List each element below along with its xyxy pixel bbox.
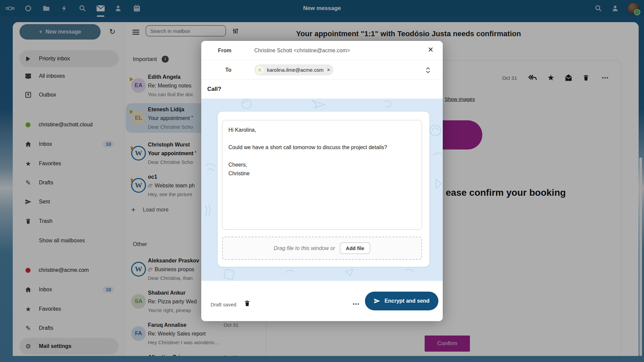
body-line: Cheers, <box>228 161 416 169</box>
message-body-editor[interactable]: Hi Karolina, Could we have a short call … <box>222 120 422 230</box>
editor-background: Hi Karolina, Could we have a short call … <box>201 99 443 281</box>
encrypt-send-button[interactable]: Encrypt and send <box>365 292 438 310</box>
expand-recipients-icon[interactable] <box>424 65 432 75</box>
recipient-avatar: K <box>256 66 264 74</box>
subject-row[interactable]: Call? <box>201 80 443 99</box>
discard-draft-icon[interactable] <box>242 298 252 308</box>
draft-status: Draft saved <box>211 302 236 307</box>
from-label: From <box>201 41 231 60</box>
body-line: Christine <box>228 169 416 178</box>
composer-modal: From Christine Schott <christine@acme.co… <box>201 41 443 321</box>
remove-recipient-icon[interactable]: × <box>327 67 330 73</box>
to-label: To <box>201 60 231 79</box>
recipient-chip[interactable]: K karolina.ilme@acme.com × <box>254 64 333 75</box>
attachment-dropzone[interactable]: Drag file to this window or Add file <box>222 237 422 260</box>
subject-value: Call? <box>207 86 221 93</box>
to-row[interactable]: To K karolina.ilme@acme.com × <box>201 60 443 80</box>
body-line: Hi Karolina, <box>228 126 416 134</box>
close-icon[interactable]: × <box>425 44 437 56</box>
from-value[interactable]: Christine Schott <christine@acme.com> <box>254 41 350 60</box>
composer-more-icon[interactable]: ••• <box>350 299 362 309</box>
add-file-button[interactable]: Add file <box>340 242 370 254</box>
editor-card: Hi Karolina, Could we have a short call … <box>218 112 429 267</box>
body-line: Could we have a short call tomorrow to d… <box>228 143 416 152</box>
recipient-email: karolina.ilme@acme.com <box>267 67 324 73</box>
from-row[interactable]: From Christine Schott <christine@acme.co… <box>201 41 443 60</box>
send-icon <box>374 298 380 304</box>
drag-hint: Drag file to this window or <box>274 245 335 251</box>
